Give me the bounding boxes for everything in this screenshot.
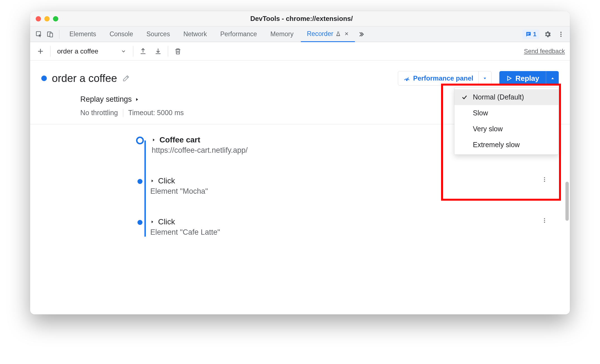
- play-icon: [506, 75, 512, 81]
- performance-panel-caret[interactable]: [478, 71, 491, 85]
- replay-speed-extremely-slow[interactable]: Extremely slow: [454, 137, 558, 153]
- svg-rect-3: [527, 33, 529, 33]
- recording-dot-icon: [41, 76, 47, 81]
- svg-point-15: [544, 218, 545, 219]
- step-subtitle: Element "Cafe Latte": [150, 228, 531, 237]
- step-marker-icon: [137, 220, 142, 225]
- tab-elements[interactable]: Elements: [63, 26, 102, 42]
- step-kebab-icon[interactable]: [539, 176, 550, 183]
- more-tabs-icon[interactable]: [356, 29, 366, 39]
- step-subtitle: Element "Mocha": [150, 187, 531, 196]
- replay-speed-menu: Normal (Default) Slow Very slow Extremel…: [454, 87, 559, 155]
- svg-point-14: [544, 181, 545, 182]
- step-row[interactable]: Click Element "Mocha": [136, 176, 559, 196]
- svg-point-12: [544, 177, 545, 178]
- gauge-icon: [403, 75, 410, 82]
- tab-recorder[interactable]: Recorder: [301, 26, 355, 42]
- export-icon[interactable]: [138, 46, 148, 57]
- minimize-window-button[interactable]: [44, 16, 50, 21]
- vertical-scrollbar[interactable]: [565, 182, 569, 221]
- delete-icon[interactable]: [173, 46, 183, 57]
- chevron-right-icon[interactable]: [150, 179, 154, 183]
- window-controls: [36, 16, 58, 21]
- step-row[interactable]: Click Element "Cafe Latte": [136, 217, 559, 237]
- performance-panel-label: Performance panel: [413, 74, 473, 82]
- window-title: DevTools - chrome://extensions/: [58, 15, 545, 23]
- replay-speed-very-slow[interactable]: Very slow: [454, 121, 558, 137]
- svg-point-13: [544, 179, 545, 180]
- tab-network[interactable]: Network: [177, 26, 213, 42]
- import-icon[interactable]: [153, 46, 163, 57]
- chevron-down-icon: [121, 48, 126, 54]
- edit-title-icon[interactable]: [122, 74, 130, 82]
- maximize-window-button[interactable]: [53, 16, 58, 21]
- chevron-right-icon: [135, 97, 139, 102]
- chevron-right-icon[interactable]: [150, 220, 154, 224]
- replay-speed-slow-label: Slow: [473, 109, 488, 117]
- step-title: Coffee cart: [159, 135, 200, 144]
- recording-select[interactable]: order a coffee: [55, 47, 129, 55]
- replay-label: Replay: [516, 74, 539, 83]
- titlebar: DevTools - chrome://extensions/: [30, 11, 570, 26]
- replay-button[interactable]: Replay: [499, 71, 546, 86]
- devtools-tabbar: Elements Console Sources Network Perform…: [30, 26, 570, 42]
- step-start-marker-icon: [136, 137, 144, 144]
- step-marker-icon: [137, 179, 142, 184]
- tab-console[interactable]: Console: [103, 26, 139, 42]
- tab-recorder-label: Recorder: [307, 30, 333, 38]
- svg-rect-4: [527, 34, 529, 35]
- recording-header: order a coffee Performance panel: [30, 60, 570, 93]
- recorder-toolbar: order a coffee Send feedback: [30, 42, 570, 60]
- close-window-button[interactable]: [36, 16, 41, 21]
- replay-speed-very-slow-label: Very slow: [473, 125, 503, 133]
- new-recording-icon[interactable]: [35, 46, 46, 57]
- timeout-value: Timeout: 5000 ms: [128, 109, 184, 117]
- replay-speed-normal[interactable]: Normal (Default): [454, 89, 558, 105]
- performance-panel-button[interactable]: Performance panel: [398, 71, 478, 85]
- recording-select-value: order a coffee: [57, 47, 98, 55]
- throttling-value: No throttling: [80, 109, 118, 117]
- svg-point-17: [544, 222, 545, 223]
- settings-gear-icon[interactable]: [543, 29, 553, 39]
- chevron-right-icon[interactable]: [152, 138, 156, 142]
- tab-memory[interactable]: Memory: [264, 26, 300, 42]
- issues-button[interactable]: 1: [522, 30, 539, 39]
- recording-title: order a coffee: [52, 72, 117, 84]
- svg-point-5: [560, 31, 562, 33]
- check-icon: [461, 94, 468, 100]
- step-title: Click: [158, 176, 175, 185]
- svg-point-7: [560, 35, 562, 37]
- svg-point-16: [544, 220, 545, 221]
- svg-point-8: [406, 80, 407, 81]
- issues-count: 1: [533, 31, 536, 38]
- tab-performance[interactable]: Performance: [214, 26, 263, 42]
- replay-speed-extremely-slow-label: Extremely slow: [473, 141, 520, 149]
- device-toggle-icon[interactable]: [45, 29, 55, 39]
- svg-point-6: [560, 33, 562, 35]
- replay-speed-slow[interactable]: Slow: [454, 105, 558, 121]
- close-tab-icon[interactable]: [344, 31, 349, 36]
- tab-sources[interactable]: Sources: [140, 26, 176, 42]
- replay-settings-label: Replay settings: [80, 95, 132, 104]
- performance-panel-split-button: Performance panel: [398, 71, 492, 86]
- inspect-element-icon[interactable]: [34, 29, 44, 39]
- step-title: Click: [158, 217, 175, 226]
- replay-speed-normal-label: Normal (Default): [473, 93, 524, 101]
- send-feedback-link[interactable]: Send feedback: [524, 48, 565, 55]
- chat-icon: [525, 31, 531, 37]
- step-kebab-icon[interactable]: [539, 217, 550, 224]
- replay-split-button: Replay: [499, 71, 559, 86]
- svg-rect-2: [50, 33, 53, 37]
- replay-caret[interactable]: [546, 71, 559, 86]
- kebab-menu-icon[interactable]: [556, 29, 566, 39]
- flask-icon: [335, 31, 341, 37]
